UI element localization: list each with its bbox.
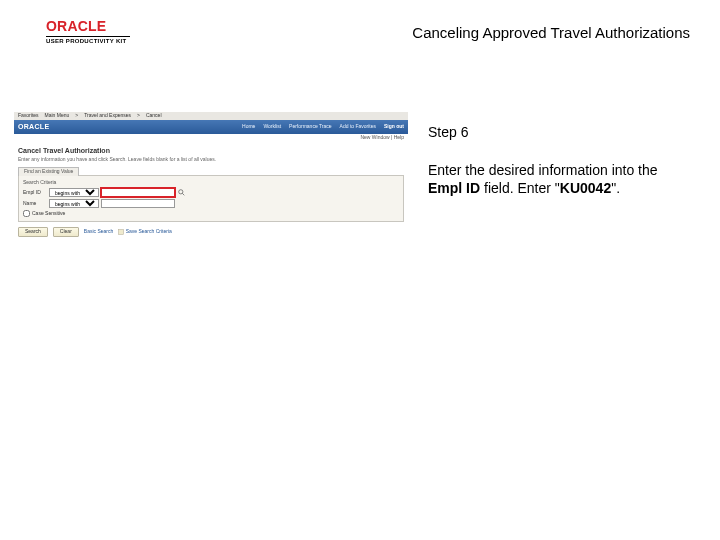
nav-home[interactable]: Home — [242, 124, 255, 130]
breadcrumb-sep2: > — [137, 113, 140, 119]
instr-text-3: ". — [611, 180, 620, 196]
save-criteria-link[interactable]: Save Search Criteria — [118, 229, 172, 235]
svg-rect-2 — [119, 230, 124, 235]
breadcrumb-cancel[interactable]: Cancel — [146, 113, 162, 119]
save-criteria-label: Save Search Criteria — [126, 228, 172, 234]
page-content: Cancel Travel Authorization Enter any in… — [14, 143, 408, 237]
oracle-upk-logo: ORACLE USER PRODUCTIVITY KIT — [46, 18, 130, 44]
instr-field: Empl ID — [428, 180, 480, 196]
app-header: ORACLE Home Worklist Performance Trace A… — [14, 120, 408, 134]
instruction-panel: Step 6 Enter the desired information int… — [428, 124, 688, 197]
input-empl-id[interactable] — [101, 188, 175, 197]
breadcrumb-travel[interactable]: Travel and Expenses — [84, 113, 131, 119]
basic-search-link[interactable]: Basic Search — [84, 229, 113, 235]
search-button[interactable]: Search — [18, 227, 48, 237]
instr-value: KU0042 — [560, 180, 611, 196]
row-name: Name begins with — [23, 199, 399, 208]
instr-text-2: field. Enter " — [480, 180, 560, 196]
svg-point-0 — [178, 190, 182, 194]
topic-title: Canceling Approved Travel Authorizations — [412, 24, 690, 41]
instr-text-1: Enter the desired information into the — [428, 162, 658, 178]
clear-button[interactable]: Clear — [53, 227, 79, 237]
nav-performance-trace[interactable]: Performance Trace — [289, 124, 332, 130]
search-criteria-legend: Search Criteria — [23, 180, 399, 186]
operator-name[interactable]: begins with — [49, 199, 99, 208]
logo-divider — [46, 36, 130, 37]
breadcrumb-main-menu[interactable]: Main Menu — [45, 113, 70, 119]
nav-worklist[interactable]: Worklist — [263, 124, 281, 130]
operator-empl-id[interactable]: begins with — [49, 188, 99, 197]
breadcrumb-bar: Favorites Main Menu > Travel and Expense… — [14, 112, 408, 120]
breadcrumb-favorites[interactable]: Favorites — [18, 113, 39, 119]
svg-line-1 — [182, 194, 184, 196]
label-case-sensitive: Case Sensitive — [32, 211, 65, 217]
page-heading: Cancel Travel Authorization — [18, 147, 404, 155]
label-empl-id: Empl ID — [23, 190, 47, 196]
app-brand: ORACLE — [18, 123, 49, 131]
row-case-sensitive: Case Sensitive — [23, 210, 399, 217]
button-row: Search Clear Basic Search Save Search Cr… — [18, 227, 404, 237]
row-empl-id: Empl ID begins with — [23, 188, 399, 197]
search-criteria-box: Search Criteria Empl ID begins with Name… — [18, 175, 404, 223]
page-description: Enter any information you have and click… — [18, 157, 404, 163]
oracle-wordmark: ORACLE — [46, 18, 130, 34]
breadcrumb-sep1: > — [75, 113, 78, 119]
input-name[interactable] — [101, 199, 175, 208]
window-meta-links[interactable]: New Window | Help — [14, 134, 408, 143]
nav-sign-out[interactable]: Sign out — [384, 124, 404, 130]
app-screenshot: Favorites Main Menu > Travel and Expense… — [14, 112, 408, 272]
checkbox-case-sensitive[interactable] — [23, 210, 30, 217]
lookup-empl-id-icon[interactable] — [177, 189, 185, 197]
step-label: Step 6 — [428, 124, 688, 140]
tab-find-existing[interactable]: Find an Existing Value — [18, 167, 79, 176]
page-root: ORACLE USER PRODUCTIVITY KIT Canceling A… — [0, 0, 720, 540]
label-name: Name — [23, 201, 47, 207]
instruction-body: Enter the desired information into the E… — [428, 162, 688, 197]
upk-subtitle: USER PRODUCTIVITY KIT — [46, 38, 130, 44]
nav-add-favorites[interactable]: Add to Favorites — [340, 124, 376, 130]
